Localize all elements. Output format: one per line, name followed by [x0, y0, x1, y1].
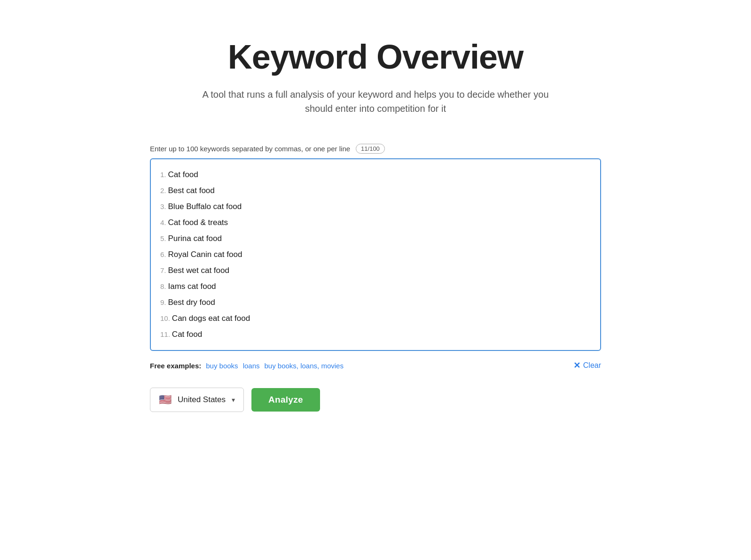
keywords-textarea[interactable]: 1.Cat food2.Best cat food3.Blue Buffalo …: [150, 158, 601, 351]
keyword-list-item: 3.Blue Buffalo cat food: [160, 199, 591, 215]
example-link-buy-books[interactable]: buy books: [206, 362, 238, 370]
keyword-list-item: 7.Best wet cat food: [160, 263, 591, 279]
example-link-buy-books-loans-movies[interactable]: buy books, loans, movies: [264, 362, 343, 370]
keyword-list-item: 11.Cat food: [160, 327, 591, 342]
keyword-counter: 11/100: [356, 144, 385, 154]
free-examples: Free examples: buy books loans buy books…: [150, 362, 344, 370]
flag-icon: 🇺🇸: [159, 394, 172, 406]
keyword-list-item: 6.Royal Canin cat food: [160, 247, 591, 263]
example-link-loans[interactable]: loans: [243, 362, 260, 370]
page-subtitle: A tool that runs a full analysis of your…: [197, 87, 554, 116]
keyword-list-item: 5.Purina cat food: [160, 231, 591, 247]
keywords-list: 1.Cat food2.Best cat food3.Blue Buffalo …: [160, 167, 591, 342]
clear-button-label: Clear: [583, 361, 601, 370]
keyword-list-item: 8.Iams cat food: [160, 279, 591, 295]
chevron-down-icon: ▾: [232, 396, 235, 404]
keyword-list-item: 1.Cat food: [160, 167, 591, 183]
keyword-list-item: 9.Best dry food: [160, 295, 591, 311]
main-container: Enter up to 100 keywords separated by co…: [150, 144, 601, 412]
action-row: 🇺🇸 United States ▾ Analyze: [150, 388, 601, 412]
clear-button[interactable]: ✕ Clear: [573, 360, 601, 371]
free-examples-label: Free examples:: [150, 362, 201, 370]
keywords-label: Enter up to 100 keywords separated by co…: [150, 145, 350, 153]
clear-icon: ✕: [573, 360, 580, 371]
bottom-bar: Free examples: buy books loans buy books…: [150, 360, 601, 371]
keyword-list-item: 2.Best cat food: [160, 183, 591, 199]
country-selector[interactable]: 🇺🇸 United States ▾: [150, 388, 244, 412]
keywords-label-row: Enter up to 100 keywords separated by co…: [150, 144, 601, 154]
keyword-list-item: 10.Can dogs eat cat food: [160, 311, 591, 327]
analyze-button[interactable]: Analyze: [251, 388, 320, 412]
country-name: United States: [176, 395, 227, 404]
keyword-list-item: 4.Cat food & treats: [160, 215, 591, 231]
page-title: Keyword Overview: [228, 38, 523, 76]
